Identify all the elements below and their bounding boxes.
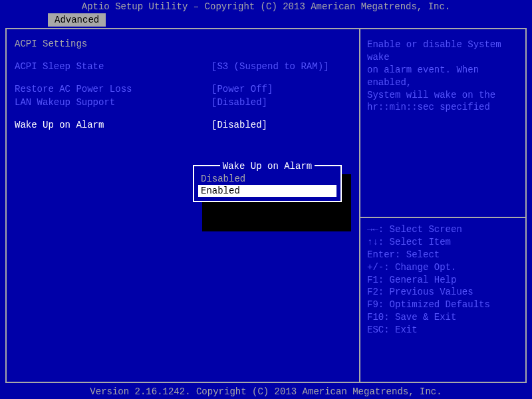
setting-label: ACPI Sleep State <box>15 61 211 72</box>
help-divider <box>360 217 525 218</box>
key-esc: ESC: Exit <box>367 324 519 336</box>
setting-value: [Power Off] <box>211 84 273 94</box>
key-f9: F9: Optimized Defaults <box>367 299 519 311</box>
key-f10: F10: Save & Exit <box>367 311 519 324</box>
key-enter: Enter: Select <box>367 249 519 261</box>
key-select-item: ↑↓: Select Item <box>367 236 519 249</box>
key-f1: F1: General Help <box>367 274 519 287</box>
key-change-opt: +/-: Change Opt. <box>367 261 519 274</box>
setting-label: LAN Wakeup Support <box>15 97 211 108</box>
key-f2: F2: Previous Values <box>367 286 519 299</box>
setting-value: [Disabled] <box>211 120 267 130</box>
setting-label: Wake Up on Alarm <box>15 120 211 130</box>
setting-wake-up-on-alarm[interactable]: Wake Up on Alarm [Disabled] <box>15 120 351 130</box>
tab-advanced[interactable]: Advanced <box>48 13 106 27</box>
key-select-screen: →←: Select Screen <box>367 223 519 236</box>
popup-option-enabled[interactable]: Enabled <box>198 185 336 197</box>
setting-value: [Disabled] <box>211 97 267 108</box>
key-legend: →←: Select Screen ↑↓: Select Item Enter:… <box>367 223 519 336</box>
help-line: Enable or disable System wake <box>367 39 519 64</box>
popup-wake-up-on-alarm: Wake Up on Alarm Disabled Enabled <box>193 165 342 202</box>
setting-lan-wakeup-support[interactable]: LAN Wakeup Support [Disabled] <box>15 97 351 108</box>
popup-option-disabled[interactable]: Disabled <box>198 173 336 185</box>
help-panel: Enable or disable System wake on alarm e… <box>360 29 525 382</box>
tab-row: Advanced <box>0 13 532 28</box>
help-line: on alarm event. When enabled, <box>367 64 519 89</box>
help-line: System will wake on the <box>367 89 519 102</box>
footer: Version 2.16.1242. Copyright (C) 2013 Am… <box>0 386 532 397</box>
section-heading: ACPI Settings <box>15 39 351 49</box>
help-text: Enable or disable System wake on alarm e… <box>367 39 519 114</box>
setting-label: Restore AC Power Loss <box>15 84 211 94</box>
setting-value: [S3 (Suspend to RAM)] <box>211 61 329 72</box>
help-line: hr::min::sec specified <box>367 101 519 114</box>
setting-restore-ac-power-loss[interactable]: Restore AC Power Loss [Power Off] <box>15 84 351 94</box>
title-bar: Aptio Setup Utility – Copyright (C) 2013… <box>0 0 532 13</box>
setting-acpi-sleep-state[interactable]: ACPI Sleep State [S3 (Suspend to RAM)] <box>15 61 351 72</box>
popup-title: Wake Up on Alarm <box>220 161 315 172</box>
